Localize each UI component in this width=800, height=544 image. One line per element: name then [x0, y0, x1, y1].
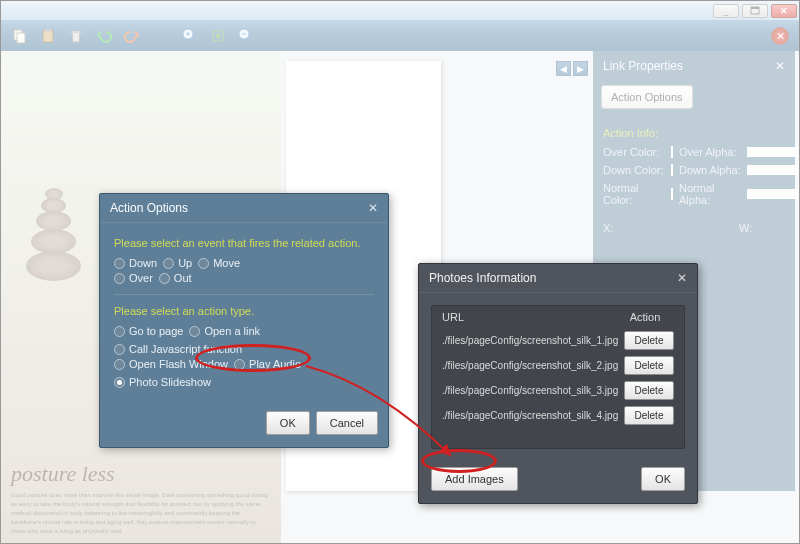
type-radio-flash-window[interactable]: Open Flash Window — [114, 358, 228, 370]
type-radio-call-js[interactable]: Call Javascript function — [114, 343, 242, 355]
window-maximize-button[interactable] — [742, 4, 768, 18]
down-color-label: Down Color: — [603, 164, 665, 176]
window-minimize-button[interactable]: _ — [713, 4, 739, 18]
copy-icon[interactable] — [11, 27, 29, 45]
svg-rect-3 — [17, 33, 25, 43]
event-prompt: Please select an event that fires the re… — [114, 237, 374, 249]
table-row: ./files/pageConfig/screenshot_silk_3.jpg… — [432, 378, 684, 403]
scroll-left-button[interactable]: ◀ — [556, 61, 571, 76]
page-heading: posture less — [11, 461, 115, 487]
action-options-dialog: Action Options ✕ Please select an event … — [99, 193, 389, 448]
link-properties-close-icon[interactable]: ✕ — [775, 59, 785, 73]
toolbar-close-icon[interactable]: ✕ — [771, 27, 789, 45]
down-alpha-label: Down Alpha: — [679, 164, 741, 176]
svg-line-14 — [248, 38, 252, 42]
x-label: X: — [603, 222, 665, 234]
delete-button[interactable]: Delete — [624, 381, 674, 400]
redo-icon[interactable] — [123, 27, 141, 45]
type-prompt: Please select an action type. — [114, 305, 374, 317]
action-info-label: Action Info: — [593, 119, 795, 143]
type-radio-photo-slideshow[interactable]: Photo Slideshow — [114, 376, 211, 388]
normal-color-label: Normal Color: — [603, 182, 665, 206]
col-action-header: Action — [616, 311, 674, 323]
scroll-right-button[interactable]: ▶ — [573, 61, 588, 76]
photo-url: ./files/pageConfig/screenshot_silk_4.jpg — [442, 410, 624, 421]
type-radio-open-link[interactable]: Open a link — [189, 325, 260, 337]
over-alpha-field[interactable] — [747, 147, 800, 157]
type-radio-goto-page[interactable]: Go to page — [114, 325, 183, 337]
photo-url: ./files/pageConfig/screenshot_silk_2.jpg — [442, 360, 624, 371]
photos-ok-button[interactable]: OK — [641, 467, 685, 491]
event-radio-out[interactable]: Out — [159, 272, 192, 284]
photo-url: ./files/pageConfig/screenshot_silk_3.jpg — [442, 385, 624, 396]
action-options-button[interactable]: Action Options — [601, 85, 693, 109]
page-body-text: Good posture does more than improve the … — [11, 491, 271, 539]
add-images-button[interactable]: Add Images — [431, 467, 518, 491]
paste-icon[interactable] — [39, 27, 57, 45]
zoom-fit-icon[interactable] — [209, 27, 227, 45]
down-color-swatch[interactable] — [671, 164, 673, 176]
type-radio-play-audio[interactable]: Play Audio — [234, 358, 301, 370]
svg-rect-1 — [751, 7, 759, 9]
photos-dialog-close-icon[interactable]: ✕ — [677, 271, 687, 285]
delete-button[interactable]: Delete — [624, 406, 674, 425]
w-label: W: — [739, 222, 800, 234]
normal-alpha-field[interactable] — [747, 189, 800, 199]
svg-line-8 — [192, 38, 196, 42]
col-url-header: URL — [442, 311, 616, 323]
delete-button[interactable]: Delete — [624, 331, 674, 350]
event-radio-up[interactable]: Up — [163, 257, 192, 269]
table-row: ./files/pageConfig/screenshot_silk_1.jpg… — [432, 328, 684, 353]
normal-alpha-label: Normal Alpha: — [679, 182, 741, 206]
action-options-cancel-button[interactable]: Cancel — [316, 411, 378, 435]
svg-rect-6 — [71, 31, 81, 33]
undo-icon[interactable] — [95, 27, 113, 45]
action-options-close-icon[interactable]: ✕ — [368, 201, 378, 215]
over-alpha-label: Over Alpha: — [679, 146, 741, 158]
event-radio-over[interactable]: Over — [114, 272, 153, 284]
action-options-title: Action Options — [110, 201, 188, 215]
zoom-out-icon[interactable] — [237, 27, 255, 45]
photos-table: URL Action ./files/pageConfig/screenshot… — [431, 305, 685, 449]
link-properties-title: Link Properties — [603, 59, 683, 73]
over-color-label: Over Color: — [603, 146, 665, 158]
trash-icon[interactable] — [67, 27, 85, 45]
table-row: ./files/pageConfig/screenshot_silk_4.jpg… — [432, 403, 684, 428]
event-radio-move[interactable]: Move — [198, 257, 240, 269]
over-color-swatch[interactable] — [671, 146, 673, 158]
zoom-in-icon[interactable] — [181, 27, 199, 45]
main-toolbar: ✕ — [1, 21, 799, 51]
window-close-button[interactable]: ✕ — [771, 4, 797, 18]
photos-information-dialog: Photoes Information ✕ URL Action ./files… — [418, 263, 698, 504]
normal-color-swatch[interactable] — [671, 188, 673, 200]
svg-rect-12 — [216, 34, 220, 38]
delete-button[interactable]: Delete — [624, 356, 674, 375]
down-alpha-field[interactable] — [747, 165, 800, 175]
table-row: ./files/pageConfig/screenshot_silk_2.jpg… — [432, 353, 684, 378]
action-options-ok-button[interactable]: OK — [266, 411, 310, 435]
photo-url: ./files/pageConfig/screenshot_silk_1.jpg — [442, 335, 624, 346]
svg-rect-5 — [45, 29, 51, 32]
photos-dialog-title: Photoes Information — [429, 271, 536, 285]
event-radio-down[interactable]: Down — [114, 257, 157, 269]
